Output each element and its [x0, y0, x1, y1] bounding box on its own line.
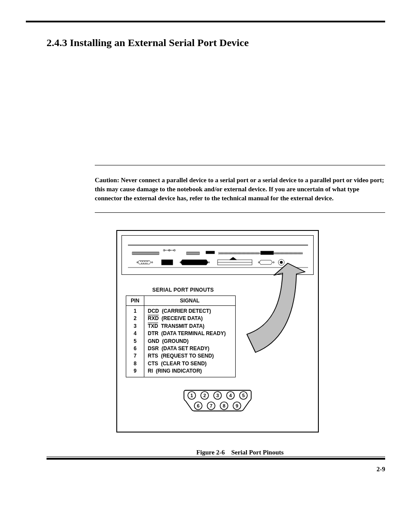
svg-text:7: 7 — [210, 403, 212, 408]
figure-caption: Figure 2-6 Serial Port Pinouts — [95, 449, 385, 456]
figure-title: Serial Port Pinouts — [231, 449, 284, 456]
svg-point-114 — [141, 263, 142, 263]
section-heading: 2.4.3 Installing an External Serial Port… — [47, 37, 385, 49]
svg-point-116 — [145, 263, 145, 263]
pinout-body-row: 1 2 3 4 5 6 7 8 9 DCD (CARRIER DETECT)RX… — [126, 306, 236, 377]
section-title-text: Installing an External Serial Port Devic… — [70, 37, 249, 48]
svg-point-117 — [146, 263, 147, 263]
caution-text: Caution: Never connect a parallel device… — [95, 176, 385, 203]
svg-text:6: 6 — [197, 403, 199, 408]
svg-text:8: 8 — [223, 403, 225, 408]
pinout-header-row: PIN SIGNAL — [126, 296, 236, 306]
signal-cell: DCD (CARRIER DETECT)RXD (RECEIVE DATA)TX… — [144, 306, 236, 377]
pin-header: PIN — [126, 296, 144, 306]
svg-point-113 — [147, 261, 148, 261]
figure-label: Figure 2-6 — [196, 449, 225, 456]
svg-rect-118 — [162, 260, 173, 265]
svg-text:9: 9 — [236, 403, 238, 408]
svg-point-112 — [146, 261, 146, 261]
caution-body: Never connect a parallel device to a ser… — [95, 177, 384, 202]
caution-block: Caution: Never connect a parallel device… — [95, 165, 385, 213]
caution-label: Caution: — [95, 177, 119, 184]
pointer-arrow-icon — [240, 261, 309, 356]
db9-connector-diagram: 123456789 — [183, 388, 252, 415]
svg-text:4: 4 — [229, 393, 232, 398]
svg-point-109 — [140, 261, 141, 261]
svg-text:5: 5 — [242, 393, 245, 398]
section-number: 2.4.3 — [47, 37, 67, 48]
page-number: 2-9 — [26, 466, 385, 473]
svg-point-108 — [152, 262, 153, 263]
pinout-title: SERIAL PORT PINOUTS — [134, 287, 233, 293]
pin-numbers-cell: 1 2 3 4 5 6 7 8 9 — [126, 306, 144, 377]
svg-text:1: 1 — [190, 393, 193, 398]
svg-text:2: 2 — [203, 393, 206, 398]
svg-rect-0 — [132, 252, 159, 255]
top-rule — [26, 21, 385, 22]
svg-point-120 — [209, 262, 210, 263]
svg-rect-35 — [187, 252, 199, 255]
pinout-table: PIN SIGNAL 1 2 3 4 5 6 7 8 9 DCD (CARRIE… — [126, 296, 236, 377]
signal-header: SIGNAL — [144, 296, 236, 306]
svg-rect-84 — [261, 251, 274, 255]
figure-box: SERIAL PORT PINOUTS PIN SIGNAL 1 2 3 4 5… — [116, 230, 319, 432]
svg-text:3: 3 — [216, 393, 219, 398]
svg-point-111 — [144, 261, 144, 261]
svg-rect-50 — [206, 251, 215, 254]
svg-point-110 — [142, 261, 143, 261]
bottom-rule — [47, 458, 385, 460]
svg-point-115 — [143, 263, 143, 263]
